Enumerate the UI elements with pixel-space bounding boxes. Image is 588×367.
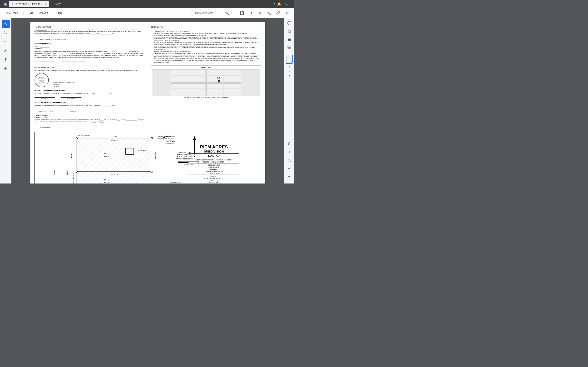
- svg-rect-81: [189, 161, 199, 163]
- zoom-button[interactable]: 🔍: [265, 9, 273, 17]
- left-sidebar: ↖ ✏ T ⊕: [0, 18, 11, 184]
- mail-button[interactable]: ✉: [283, 9, 291, 17]
- divider-2: [235, 11, 235, 16]
- planning-commission-section: DESOTO COUNTY PLANNING COMMISSION APPROV…: [35, 90, 144, 100]
- note-10: A PART OF THIS SUBDIVISION IS CLASSIFIED…: [154, 54, 261, 63]
- prev-page-button[interactable]: ▲: [286, 69, 293, 74]
- next-page-button[interactable]: ▼: [286, 74, 293, 78]
- download-icon[interactable]: [286, 149, 293, 156]
- zoom-out-icon[interactable]: −: [286, 173, 293, 180]
- zoom-in-icon[interactable]: +: [286, 165, 293, 172]
- draw-tool[interactable]: [2, 47, 10, 55]
- tab-close-button[interactable]: ✕: [44, 3, 47, 6]
- svg-text:1634 HWY 51 N: 1634 HWY 51 N: [209, 180, 218, 181]
- grid-icon: ⊞: [6, 11, 8, 15]
- find-tools-container[interactable]: 🔍: [191, 10, 232, 16]
- vicinity-section-label: SECTION 29, TOWNSHIP 3 SOUTH, RANGE 6 WE…: [152, 96, 260, 98]
- stamp-tool[interactable]: ⊕: [2, 64, 10, 73]
- commission-line: MY COMMISSION EXPIRES:: [61, 62, 86, 64]
- svg-text:PLANE GRID NORTH: PLANE GRID NORTH: [177, 154, 191, 156]
- note-6: NO BRICK MAILBOXES OR CONCRETE STRUCTURE…: [154, 45, 261, 47]
- notary-certificate-section: NOTARY'S CERTIFICATE STATE OF___________…: [35, 43, 144, 64]
- county-label: COUNTY OF___________: [35, 48, 144, 50]
- svg-text:DESOTO COUNTY, MISSISSIPPI: DESOTO COUNTY, MISSISSIPPI: [203, 161, 225, 163]
- svg-line-130: [290, 161, 291, 162]
- sign-in-button[interactable]: Sign in: [284, 3, 292, 6]
- state-mississippi-section: STATE OF MISSISSIPPI COUNTY OF DESOTO I …: [35, 114, 144, 128]
- document-page: OWNER'S CERTIFICATE I, _________________…: [30, 22, 265, 184]
- layers-icon[interactable]: [286, 36, 293, 43]
- esign-label: E-Sign: [54, 11, 62, 15]
- note-3: 1/2' REBARS ARE SET AT ALL PROPERTY CORN…: [154, 34, 261, 36]
- owners-cert-text: I, _________________ OF MEMPHIS WEALTH B…: [35, 29, 144, 35]
- stack-icon[interactable]: [286, 44, 293, 51]
- plat-map-svg: LOT 1 2.98 AC. EXISTING HOUSE LOT 2 4.07…: [35, 132, 261, 184]
- notification-button[interactable]: 🔔: [277, 2, 281, 6]
- search-pages-icon[interactable]: [286, 157, 293, 164]
- general-notes-section: GENERAL NOTES: MINIMUM SETBACKS ARE AS F…: [151, 26, 261, 63]
- print-button[interactable]: 🖨: [256, 9, 264, 17]
- text-tool[interactable]: T: [2, 55, 10, 64]
- convert-label: Convert: [39, 11, 48, 15]
- svg-rect-123: [288, 49, 291, 49]
- all-tools-button[interactable]: ⊞ All tools: [3, 10, 21, 16]
- help-button[interactable]: ?: [273, 2, 275, 6]
- select-tool[interactable]: ↖: [2, 20, 10, 28]
- svg-text:N: 1828318.99: N: 1828318.99: [166, 138, 174, 139]
- svg-text:1/2' REBAR SET: 1/2' REBAR SET: [166, 136, 175, 137]
- edit-button[interactable]: Edit: [26, 10, 35, 16]
- svg-text:2.98 AC.: 2.98 AC.: [104, 156, 111, 158]
- edit-label: Edit: [29, 11, 33, 15]
- note-5: A 10 FEET WIDE UTILITY EASEMENT IS REQUI…: [154, 42, 261, 45]
- esign-button[interactable]: E-Sign: [51, 10, 64, 16]
- vicinity-map-section: VICINITY MAP: [151, 65, 261, 99]
- plat-drawing-section: LOT 1 2.98 AC. EXISTING HOUSE LOT 2 4.07…: [35, 132, 261, 184]
- find-tools-input[interactable]: [194, 11, 223, 15]
- board-text: APPROVED BY THE BOARD OF SUPERVISORS OF …: [35, 105, 144, 107]
- surveyor-cert-text: THIS IS TO CERTIFY THAT I HAVE DRAWN THI…: [35, 69, 144, 72]
- markup-tool[interactable]: ✏: [2, 38, 10, 46]
- svg-rect-120: [288, 40, 291, 41]
- svg-point-43: [76, 137, 78, 139]
- svg-marker-13: [77, 138, 152, 172]
- owner-signature-line: OWNER OR AUTHORIZED REPRESENTATIVE: [35, 38, 71, 41]
- owners-cert-title: OWNER'S CERTIFICATE: [35, 26, 144, 28]
- board-title: DESOTO COUNTY BOARD OF SUPERVISORS: [35, 102, 144, 104]
- surveyor-name: ANDREW M. RICHARDSON, P.E., P.S.: [53, 82, 74, 83]
- tab-star-icon: ☆: [11, 3, 14, 6]
- convert-button[interactable]: Convert: [36, 10, 51, 16]
- svg-text:NESBIT, MS 38651: NESBIT, MS 38651: [209, 182, 219, 183]
- comment-icon[interactable]: [286, 20, 293, 27]
- upload-button[interactable]: ⬆: [247, 9, 255, 17]
- tab-area: 🏠 ☆ RIEM ACRES FINAL PL... ✕ + Create: [2, 1, 271, 7]
- note-7: DRAINAGE DITCHES AND DRAINAGE PIPES SHAL…: [154, 47, 261, 50]
- document-tab[interactable]: ☆ RIEM ACRES FINAL PL... ✕: [9, 1, 49, 7]
- general-notes-title: GENERAL NOTES:: [151, 26, 261, 28]
- svg-text:N89°45'1'E: N89°45'1'E: [111, 140, 118, 142]
- svg-text:ZONING: A: ZONING: A: [210, 168, 218, 170]
- page-1-thumbnail[interactable]: [286, 55, 293, 64]
- svg-text:SF: 0.9999726: SF: 0.9999726: [166, 143, 174, 144]
- chairperson-label: CHAIRPERSON: [61, 98, 81, 100]
- reset-zoom-button[interactable]: [286, 140, 293, 148]
- save-button[interactable]: 💾: [238, 9, 246, 17]
- home-button[interactable]: 🏠: [2, 1, 9, 7]
- board-supervisors-section: DESOTO COUNTY BOARD OF SUPERVISORS APPRO…: [35, 102, 144, 112]
- link-button[interactable]: 🔗: [274, 9, 282, 17]
- svg-text:235.57': 235.57': [66, 170, 68, 175]
- svg-text:EXISTING HOUSE: EXISTING HOUSE: [137, 150, 147, 151]
- bookmark-icon[interactable]: [286, 28, 293, 35]
- svg-point-44: [151, 137, 153, 139]
- planning-title: DESOTO COUNTY PLANNING COMMISSION: [35, 90, 144, 92]
- owners-certificate-section: OWNER'S CERTIFICATE I, _________________…: [35, 26, 144, 41]
- annotation-tool[interactable]: [2, 29, 10, 37]
- page-thumbnail-section: 1: [286, 55, 293, 67]
- svg-text:LOT 1: LOT 1: [104, 152, 111, 155]
- new-tab-button[interactable]: + Create: [50, 2, 63, 6]
- notary-cert-title: NOTARY'S CERTIFICATE: [35, 43, 144, 45]
- svg-point-45: [76, 171, 78, 173]
- svg-point-129: [288, 159, 290, 161]
- surveyor-certificate-section: CERTIFICATE OF SURVEYOR THIS IS TO CERTI…: [35, 67, 144, 87]
- tab-title: RIEM ACRES FINAL PL...: [15, 3, 43, 6]
- notary-cert-text: PERSONALLY APPEARED BEFORE ME, THE UNDER…: [35, 50, 144, 58]
